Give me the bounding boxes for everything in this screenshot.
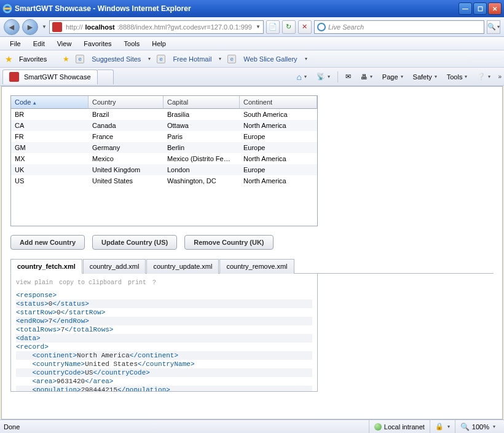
search-go-button[interactable]: 🔍▾	[487, 20, 500, 34]
source-line: <totalRows>7</totalRows>	[16, 325, 312, 334]
tools-menu[interactable]: Tools▾	[444, 72, 470, 82]
ie-link-icon: e	[76, 55, 84, 63]
search-placeholder: Live Search	[328, 23, 364, 31]
table-cell: Mexico (Distrito Fe…	[163, 153, 240, 164]
tab-country-fetch[interactable]: country_fetch.xml	[10, 259, 82, 274]
col-capital[interactable]: Capital	[163, 96, 240, 109]
link-suggested-sites[interactable]: Suggested Sites	[92, 55, 141, 63]
help-button[interactable]: ❔▾	[474, 71, 493, 82]
back-button[interactable]: ◄	[4, 19, 20, 35]
col-country[interactable]: Country	[89, 96, 163, 109]
page-content: Code▲ Country Capital Continent BRBrazil…	[1, 86, 503, 419]
page-menu[interactable]: Page▾	[380, 72, 406, 82]
table-cell: Berlin	[163, 142, 240, 153]
source-line: <endRow>7</endRow>	[16, 317, 312, 325]
table-cell: MX	[11, 153, 89, 164]
search-bar[interactable]: Live Search	[314, 20, 484, 34]
ie-icon	[2, 4, 12, 14]
table-row[interactable]: FRFranceParisEurope	[11, 131, 317, 142]
src-print[interactable]: print	[128, 279, 146, 287]
link-free-hotmail[interactable]: Free Hotmail	[173, 55, 211, 63]
table-row[interactable]: UKUnited KingdomLondonEurope	[11, 164, 317, 175]
src-help[interactable]: ?	[152, 279, 156, 287]
source-line: <startRow>0</startRow>	[16, 308, 312, 317]
grid-body[interactable]: BRBrazilBrasiliaSouth AmericaCACanadaOtt…	[11, 109, 317, 226]
tab-country-add[interactable]: country_add.xml	[83, 259, 146, 274]
table-cell: UK	[11, 164, 89, 175]
url-host: localhost	[85, 23, 114, 31]
table-cell: GM	[11, 142, 89, 153]
minimize-button[interactable]: —	[459, 2, 472, 15]
favorites-bar: ★ Favorites ★ e Suggested Sites▾ e Free …	[0, 50, 504, 68]
table-cell: Europe	[240, 131, 317, 142]
tab-country-remove[interactable]: country_remove.xml	[219, 259, 294, 274]
page-tab[interactable]: SmartGWT Showcase	[2, 70, 98, 84]
table-cell: Paris	[163, 131, 240, 142]
new-tab-button[interactable]	[98, 70, 114, 84]
source-line: <continent>North America</continent>	[16, 351, 312, 360]
address-bar[interactable]: http://localhost:8888/index.html?gwt.cod…	[49, 20, 264, 34]
table-cell: North America	[240, 153, 317, 164]
col-continent[interactable]: Continent	[240, 96, 317, 109]
zoom-control[interactable]: 🔍 100% ▾	[455, 420, 500, 433]
refresh-button[interactable]: ↻	[282, 20, 296, 34]
menu-tools[interactable]: Tools	[119, 39, 145, 49]
home-button[interactable]: ⌂▾	[294, 71, 309, 83]
table-cell: US	[11, 175, 89, 186]
maximize-button[interactable]: ☐	[473, 2, 487, 15]
sort-asc-icon: ▲	[32, 100, 37, 106]
source-line: <status>0</status>	[16, 300, 312, 308]
table-cell: United Kingdom	[89, 164, 163, 175]
command-bar: ⌂▾ 📡▾ ✉ 🖶▾ Page▾ Safety▾ Tools▾ ❔▾ »	[294, 71, 502, 83]
compat-view-button[interactable]: 📄	[266, 20, 280, 34]
favorites-label[interactable]: Favorites	[19, 55, 47, 63]
menu-file[interactable]: File	[5, 39, 26, 49]
grid-header: Code▲ Country Capital Continent	[11, 96, 317, 109]
add-country-button[interactable]: Add new Country	[10, 235, 85, 250]
menu-help[interactable]: Help	[147, 39, 171, 49]
source-line: <response>	[16, 291, 312, 300]
globe-icon	[374, 423, 382, 431]
link-web-slice-gallery[interactable]: Web Slice Gallery	[243, 55, 297, 63]
menu-edit[interactable]: Edit	[28, 39, 50, 49]
url-proto: http://	[66, 23, 83, 31]
status-text: Done	[4, 423, 20, 431]
menu-favorites[interactable]: Favorites	[79, 39, 116, 49]
close-button[interactable]: ✕	[488, 2, 502, 15]
tab-country-update[interactable]: country_update.xml	[146, 259, 219, 274]
nav-history-dropdown[interactable]: ▼	[42, 24, 47, 30]
print-button[interactable]: 🖶▾	[358, 72, 375, 82]
table-cell: CA	[11, 120, 89, 131]
table-row[interactable]: USUnited StatesWashington, DCNorth Ameri…	[11, 175, 317, 186]
stop-button[interactable]: ✕	[298, 20, 312, 34]
source-toolbar: view plain copy to clipboard print ?	[16, 279, 312, 287]
table-cell: North America	[240, 175, 317, 186]
forward-button[interactable]: ►	[22, 19, 38, 35]
protected-mode[interactable]: 🔒▾	[430, 420, 455, 433]
table-row[interactable]: BRBrazilBrasiliaSouth America	[11, 109, 317, 120]
address-dropdown[interactable]: ▼	[256, 24, 261, 30]
col-code[interactable]: Code▲	[11, 96, 89, 109]
source-body[interactable]: view plain copy to clipboard print ? <re…	[10, 274, 318, 392]
table-row[interactable]: GMGermanyBerlinEurope	[11, 142, 317, 153]
remove-country-button[interactable]: Remove Country (UK)	[184, 235, 273, 250]
read-mail-button[interactable]: ✉	[343, 71, 353, 82]
feeds-button[interactable]: 📡▾	[314, 71, 333, 82]
menu-view[interactable]: View	[52, 39, 77, 49]
update-country-button[interactable]: Update Country (US)	[92, 235, 177, 250]
menu-bar: File Edit View Favorites Tools Help	[0, 37, 504, 50]
table-row[interactable]: CACanadaOttawaNorth America	[11, 120, 317, 131]
ie-link-icon: e	[227, 55, 236, 63]
add-fav-icon[interactable]: ★	[63, 55, 69, 63]
table-cell: North America	[240, 120, 317, 131]
src-copy[interactable]: copy to clipboard	[59, 279, 122, 287]
zone-indicator[interactable]: Local intranet	[369, 420, 430, 433]
safety-menu[interactable]: Safety▾	[411, 72, 439, 82]
source-line: <population>298444215</population>	[16, 386, 312, 392]
bing-icon	[317, 23, 326, 31]
chevron-overflow[interactable]: »	[498, 73, 502, 80]
magnifier-icon: 🔍	[460, 423, 470, 431]
table-cell: Brazil	[89, 109, 163, 120]
src-view-plain[interactable]: view plain	[16, 279, 53, 287]
table-row[interactable]: MXMexicoMexico (Distrito Fe…North Americ…	[11, 153, 317, 164]
